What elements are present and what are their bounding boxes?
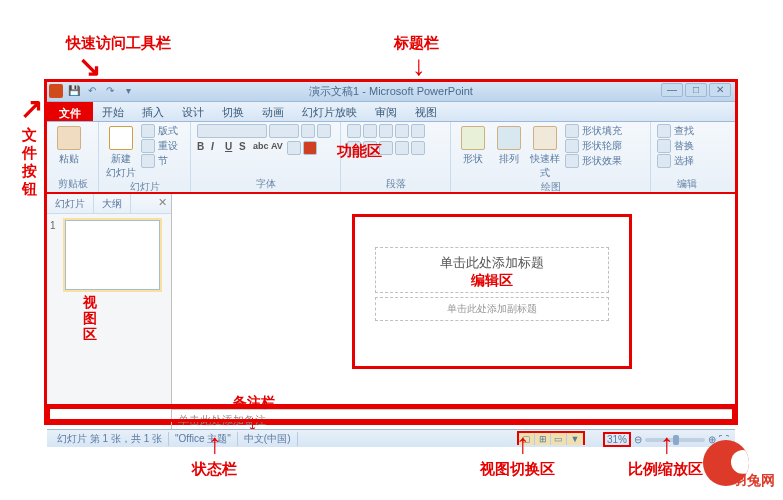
- layout-button[interactable]: 版式: [141, 124, 178, 138]
- watermark: 羽兔网: [703, 436, 775, 492]
- group-drawing: 形状 排列 快速样式 形状填充 形状轮廓 形状效果 绘图: [451, 122, 651, 192]
- callout-status-bar: 状态栏: [192, 460, 237, 479]
- quick-styles-label: 快速样式: [529, 152, 561, 180]
- notes-gap: [47, 409, 172, 429]
- indent-inc-icon[interactable]: [395, 124, 409, 138]
- close-pane-icon[interactable]: ✕: [158, 196, 167, 209]
- spacing-button[interactable]: AV: [271, 141, 285, 155]
- underline-button[interactable]: U: [225, 141, 237, 155]
- slideshow-view-button[interactable]: ▼: [567, 433, 583, 445]
- undo-icon[interactable]: ↶: [85, 84, 99, 98]
- quick-access-toolbar[interactable]: 💾 ↶ ↷ ▾: [67, 84, 135, 98]
- shapes-button[interactable]: 形状: [457, 124, 489, 166]
- font-family-select[interactable]: [197, 124, 267, 138]
- subtitle-placeholder[interactable]: 单击此处添加副标题: [375, 297, 609, 321]
- tab-transitions[interactable]: 切换: [213, 102, 253, 121]
- callout-view-switch: 视图切换区: [480, 460, 555, 479]
- italic-button[interactable]: I: [211, 141, 223, 155]
- qat-dropdown-icon[interactable]: ▾: [121, 84, 135, 98]
- thumbnail-list[interactable]: 1 视 图 区: [47, 214, 171, 407]
- watermark-text: 羽兔网: [733, 472, 775, 490]
- columns-icon[interactable]: [411, 141, 425, 155]
- select-button[interactable]: 选择: [657, 154, 694, 168]
- tab-animations[interactable]: 动画: [253, 102, 293, 121]
- zoom-slider[interactable]: [645, 438, 705, 442]
- reading-view-button[interactable]: ▭: [551, 433, 567, 445]
- group-clipboard: 粘贴 剪贴板: [47, 122, 99, 192]
- notes-bar: 单击此处添加备注: [47, 407, 735, 429]
- zoom-percent[interactable]: 31%: [603, 432, 631, 447]
- numbering-icon[interactable]: [363, 124, 377, 138]
- arrow-icon: ↗: [20, 92, 43, 125]
- zoom-out-button[interactable]: ⊖: [634, 434, 642, 445]
- callout-zoom-area: 比例缩放区: [628, 460, 703, 479]
- shape-outline-button[interactable]: 形状轮廓: [565, 139, 622, 153]
- tab-review[interactable]: 审阅: [366, 102, 406, 121]
- strike-button[interactable]: S: [239, 141, 251, 155]
- tab-slideshow[interactable]: 幻灯片放映: [293, 102, 366, 121]
- slide-canvas[interactable]: 单击此处添加标题 编辑区 单击此处添加副标题: [352, 214, 632, 369]
- group-slides: 新建 幻灯片 版式 重设 节 幻灯片: [99, 122, 191, 192]
- callout-ribbon-area: 功能区: [337, 142, 382, 161]
- shrink-font-icon[interactable]: [317, 124, 331, 138]
- font-size-select[interactable]: [269, 124, 299, 138]
- effects-icon: [565, 154, 579, 168]
- bullets-icon[interactable]: [347, 124, 361, 138]
- paste-button[interactable]: 粘贴: [53, 124, 85, 166]
- case-button[interactable]: [287, 141, 301, 155]
- thumb-tab-slides[interactable]: 幻灯片: [47, 194, 94, 213]
- tab-home[interactable]: 开始: [93, 102, 133, 121]
- paste-icon: [57, 126, 81, 150]
- status-language[interactable]: 中文(中国): [238, 432, 298, 446]
- replace-button[interactable]: 替换: [657, 139, 694, 153]
- title-placeholder[interactable]: 单击此处添加标题 编辑区: [375, 247, 609, 293]
- slide-number: 1: [50, 220, 56, 231]
- grow-font-icon[interactable]: [301, 124, 315, 138]
- group-label: 幻灯片: [105, 180, 184, 195]
- arrange-label: 排列: [493, 152, 525, 166]
- line-spacing-icon[interactable]: [411, 124, 425, 138]
- arrange-button[interactable]: 排列: [493, 124, 525, 166]
- tab-design[interactable]: 设计: [173, 102, 213, 121]
- tab-view[interactable]: 视图: [406, 102, 446, 121]
- arrange-icon: [497, 126, 521, 150]
- layout-icon: [141, 124, 155, 138]
- redo-icon[interactable]: ↷: [103, 84, 117, 98]
- save-icon[interactable]: 💾: [67, 84, 81, 98]
- window-controls: — □ ✕: [661, 83, 731, 97]
- status-slide-position: 幻灯片 第 1 张，共 1 张: [51, 432, 169, 446]
- shape-effects-button[interactable]: 形状效果: [565, 154, 622, 168]
- thumb-tab-outline[interactable]: 大纲: [94, 194, 131, 213]
- maximize-button[interactable]: □: [685, 83, 707, 97]
- group-label: 编辑: [657, 177, 717, 192]
- file-tab[interactable]: 文件: [47, 102, 93, 121]
- shape-fill-button[interactable]: 形状填充: [565, 124, 622, 138]
- bold-button[interactable]: B: [197, 141, 209, 155]
- status-bar: 幻灯片 第 1 张，共 1 张 "Office 主题" 中文(中国) ▢ ⊞ ▭…: [47, 429, 735, 447]
- shadow-button[interactable]: abc: [253, 141, 269, 155]
- indent-dec-icon[interactable]: [379, 124, 393, 138]
- thumbnail-pane: 幻灯片 大纲 ✕ 1 视 图 区: [47, 194, 172, 407]
- status-theme: "Office 主题": [169, 432, 238, 446]
- ribbon: 功能区 粘贴 剪贴板 新建 幻灯片 版式 重设 节: [47, 122, 735, 194]
- group-label: 剪贴板: [53, 177, 92, 192]
- new-slide-button[interactable]: 新建 幻灯片: [105, 124, 137, 180]
- tab-insert[interactable]: 插入: [133, 102, 173, 121]
- close-button[interactable]: ✕: [709, 83, 731, 97]
- reset-button[interactable]: 重设: [141, 139, 178, 153]
- sorter-view-button[interactable]: ⊞: [535, 433, 551, 445]
- slide-thumbnail[interactable]: [65, 220, 160, 290]
- font-color-button[interactable]: [303, 141, 317, 155]
- callout-file-button: 文 件 按 钮: [22, 126, 37, 198]
- slide-editor[interactable]: 单击此处添加标题 编辑区 单击此处添加副标题: [172, 194, 735, 407]
- select-icon: [657, 154, 671, 168]
- minimize-button[interactable]: —: [661, 83, 683, 97]
- quick-styles-button[interactable]: 快速样式: [529, 124, 561, 180]
- group-label: 字体: [197, 177, 334, 192]
- find-button[interactable]: 查找: [657, 124, 694, 138]
- justify-icon[interactable]: [395, 141, 409, 155]
- replace-icon: [657, 139, 671, 153]
- group-font: B I U S abc AV 字体: [191, 122, 341, 192]
- section-button[interactable]: 节: [141, 154, 178, 168]
- arrow-icon: ↑: [660, 428, 674, 460]
